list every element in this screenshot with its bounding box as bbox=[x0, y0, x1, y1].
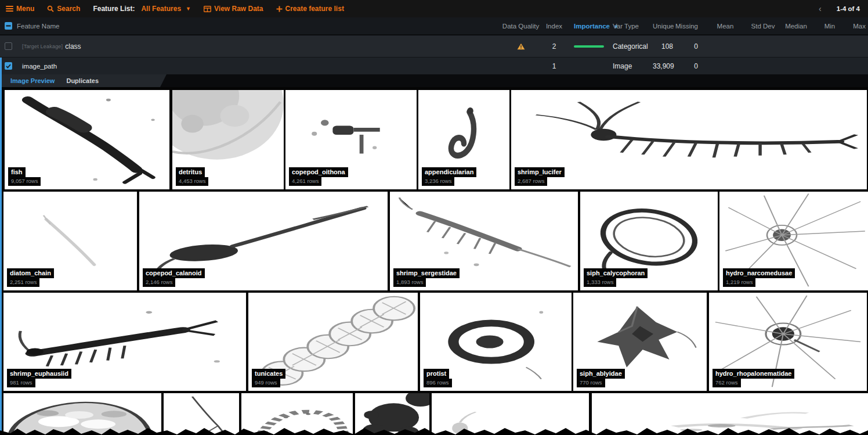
row-checkbox-image-path[interactable] bbox=[5, 62, 12, 70]
tile-rowcount: 762 rows bbox=[713, 379, 741, 387]
image-tile-detritus[interactable]: detritus 4,453 rows bbox=[172, 90, 284, 189]
tab-image-preview[interactable]: Image Preview bbox=[10, 77, 55, 84]
feature-list-selector[interactable]: Feature List: All Features ▼ bbox=[93, 5, 191, 13]
tile-label: fish bbox=[8, 167, 26, 177]
tile-rowcount: 981 rows bbox=[7, 379, 35, 387]
feature-row-image-path[interactable]: image_path 1 Image 33,909 0 bbox=[0, 57, 868, 74]
var-type-cell: Categorical bbox=[609, 42, 653, 51]
column-index[interactable]: Index bbox=[542, 23, 566, 30]
feature-row-class[interactable]: [Target Leakage] class 2 Categorical 108… bbox=[0, 35, 868, 57]
tile-rowcount: 1,333 rows bbox=[584, 278, 616, 287]
importance-cell bbox=[566, 45, 609, 48]
menu-button[interactable]: Menu bbox=[6, 5, 34, 13]
search-label: Search bbox=[57, 5, 80, 13]
image-tile-hydro-narcomedusae[interactable]: hydro_narcomedusae 1,219 rows bbox=[719, 192, 868, 290]
tile-rowcount: 4,453 rows bbox=[176, 177, 208, 186]
tile-rowcount: 3,236 rows bbox=[422, 177, 454, 186]
column-feature-name[interactable]: Feature Name bbox=[17, 23, 60, 30]
feature-name: class bbox=[65, 42, 81, 51]
warning-icon bbox=[517, 43, 525, 50]
tile-rowcount: 896 rows bbox=[424, 379, 452, 387]
index-cell: 2 bbox=[542, 42, 566, 51]
tile-label: protist bbox=[424, 369, 449, 379]
row-checkbox-class[interactable] bbox=[5, 42, 12, 50]
column-median[interactable]: Median bbox=[782, 23, 811, 30]
search-button[interactable]: Search bbox=[47, 5, 80, 13]
tile-label: hydro_narcomedusae bbox=[723, 268, 795, 278]
tile-rowcount: 2,251 rows bbox=[7, 278, 39, 287]
target-leakage-tag: [Target Leakage] bbox=[22, 44, 63, 49]
data-quality-cell[interactable] bbox=[499, 43, 542, 50]
create-feature-list-button[interactable]: Create feature list bbox=[276, 5, 344, 13]
missing-cell: 0 bbox=[673, 62, 706, 70]
feature-name: image_path bbox=[22, 63, 57, 70]
column-unique[interactable]: Unique bbox=[653, 23, 673, 30]
preview-image bbox=[5, 90, 169, 189]
image-tile-shrimp-sergestidae[interactable]: shrimp_sergestidae 1,893 rows bbox=[390, 192, 578, 290]
chevron-down-icon: ▼ bbox=[186, 6, 191, 12]
image-tile-protist[interactable]: protist 896 rows bbox=[420, 293, 572, 391]
image-preview-grid: fish 9,057 rows detritus 4,453 rows bbox=[0, 87, 868, 435]
column-data-quality[interactable]: Data Quality bbox=[499, 23, 542, 30]
column-min[interactable]: Min bbox=[811, 23, 849, 30]
table-icon bbox=[204, 6, 211, 12]
tile-label: siph_calycophoran bbox=[584, 268, 648, 278]
image-tile-shrimp-lucifer[interactable]: shrimp_lucifer 2,687 rows bbox=[511, 90, 867, 189]
image-tile-shrimp-euphausiid[interactable]: shrimp_euphausiid 981 rows bbox=[3, 293, 246, 391]
tile-rowcount: 1,893 rows bbox=[393, 278, 426, 287]
menu-label: Menu bbox=[16, 5, 34, 13]
unique-cell: 33,909 bbox=[653, 62, 673, 70]
preview-tabstrip: Image Preview Duplicates bbox=[0, 74, 868, 87]
tile-label: detritus bbox=[176, 167, 205, 177]
check-icon bbox=[6, 64, 11, 69]
unique-cell: 108 bbox=[653, 42, 673, 51]
tile-label: shrimp_lucifer bbox=[515, 167, 565, 177]
image-tile-fish[interactable]: fish 9,057 rows bbox=[5, 90, 169, 189]
image-tile-hydro-rhopalonematidae[interactable]: hydro_rhopalonematidae 762 rows bbox=[709, 293, 867, 391]
var-type-cell: Image bbox=[609, 62, 653, 70]
tile-label: copepod_oithona bbox=[289, 167, 348, 177]
tile-rowcount: 949 rows bbox=[252, 379, 280, 387]
tile-rowcount: 2,146 rows bbox=[143, 278, 175, 287]
app-window: Menu Search Feature List: All Features ▼… bbox=[0, 0, 868, 435]
search-icon bbox=[47, 5, 54, 12]
image-tile-copepod-oithona[interactable]: copepod_oithona 4,261 rows bbox=[285, 90, 417, 189]
tile-label: appendicularian bbox=[422, 167, 476, 177]
tile-label: copepod_calanoid bbox=[143, 268, 205, 278]
view-raw-data-button[interactable]: View Raw Data bbox=[204, 5, 263, 13]
image-tile-appendicularian[interactable]: appendicularian 3,236 rows bbox=[418, 90, 509, 189]
plus-icon bbox=[276, 6, 283, 12]
missing-cell: 0 bbox=[673, 42, 706, 51]
tile-label: shrimp_euphausiid bbox=[7, 369, 71, 379]
column-var-type[interactable]: Var Type bbox=[609, 23, 653, 30]
selected-row-stripe bbox=[0, 57, 2, 435]
index-cell: 1 bbox=[542, 62, 566, 70]
image-tile-siph-ablyidae[interactable]: siph_ablyidae 770 rows bbox=[573, 293, 707, 391]
tile-label: shrimp_sergestidae bbox=[393, 268, 460, 278]
image-tile-tunicates[interactable]: tunicates 949 rows bbox=[248, 293, 418, 391]
column-mean[interactable]: Mean bbox=[706, 23, 744, 30]
tile-label: diatom_chain bbox=[7, 268, 54, 278]
column-missing[interactable]: Missing bbox=[673, 23, 706, 30]
tile-rowcount: 2,687 rows bbox=[515, 177, 547, 186]
importance-bar bbox=[574, 45, 604, 48]
select-all-checkbox[interactable] bbox=[5, 22, 12, 30]
image-tile-copepod-calanoid[interactable]: copepod_calanoid 2,146 rows bbox=[139, 192, 388, 290]
image-tile-siph-calycophoran[interactable]: siph_calycophoran 1,333 rows bbox=[580, 192, 718, 290]
tile-rowcount: 4,261 rows bbox=[289, 177, 321, 186]
page-prev-button[interactable]: ‹ bbox=[819, 4, 822, 13]
tile-rowcount: 1,219 rows bbox=[723, 278, 755, 287]
create-feature-list-label: Create feature list bbox=[285, 5, 344, 13]
column-std-dev[interactable]: Std Dev bbox=[744, 23, 782, 30]
tile-label: hydro_rhopalonematidae bbox=[713, 369, 794, 379]
image-tile-diatom-chain[interactable]: diatom_chain 2,251 rows bbox=[3, 192, 137, 290]
column-max[interactable]: Max bbox=[849, 23, 868, 30]
tile-label: tunicates bbox=[252, 369, 285, 379]
pagination-count: 1-4 of 4 bbox=[837, 5, 862, 12]
feature-list-value: All Features bbox=[141, 5, 181, 13]
torn-edge-decoration bbox=[0, 427, 868, 435]
column-importance[interactable]: Importance ▼ bbox=[566, 23, 609, 30]
top-toolbar: Menu Search Feature List: All Features ▼… bbox=[0, 0, 868, 17]
tab-duplicates[interactable]: Duplicates bbox=[66, 77, 99, 84]
tab-holder: Image Preview Duplicates bbox=[2, 74, 167, 87]
